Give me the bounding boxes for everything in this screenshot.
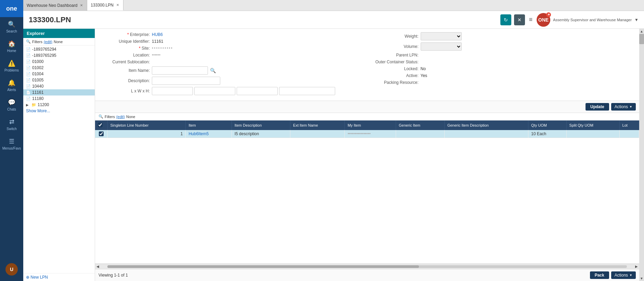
scroll-left-arrow[interactable]: ◀ (95, 265, 101, 268)
volume-select[interactable] (421, 42, 462, 51)
description-input[interactable] (152, 77, 220, 85)
sidebar-item-alerts[interactable]: 🔔 Alerts (0, 76, 23, 95)
col-check (95, 120, 107, 130)
active-value: Yes (421, 73, 428, 78)
col-ext-item: Ext Item Name (290, 120, 345, 130)
row-my-item: •••••••••••••••• (345, 130, 396, 138)
file-icon: 📄 (26, 90, 31, 95)
select-all-checkbox[interactable] (98, 123, 103, 127)
tree-item-11161[interactable]: 📄 11161 (23, 89, 95, 95)
item-link[interactable]: Hub6Item5 (188, 131, 209, 136)
item-name-search-btn[interactable]: 🔍 (210, 68, 216, 73)
table-filters-value: None (126, 115, 135, 119)
form-actions-button[interactable]: Actions (611, 103, 636, 111)
tree-item-01005[interactable]: 📄 01005 (23, 77, 95, 83)
form-left-col: Enterprise: HUB6 Unique Identifier: 1116… (102, 32, 364, 97)
page-title: 133300.LPN (29, 15, 71, 24)
sidebar-item-chats[interactable]: 💬 Chats (0, 95, 23, 115)
tree-item-10440[interactable]: 📄 10440 (23, 83, 95, 89)
item-name-input[interactable] (152, 66, 208, 75)
horizontal-scrollbar[interactable]: ◀ ▶ (95, 264, 639, 269)
scroll-right-arrow[interactable]: ▶ (634, 265, 639, 268)
sidebar-item-menus[interactable]: ☰ Menus/Favs (0, 134, 23, 154)
sidebar-item-switch[interactable]: ⇄ Switch (0, 115, 23, 134)
close-button[interactable]: ✕ (514, 14, 525, 25)
content-area: Explorer 🔍 Filters (edit) None 📄 -189376… (23, 29, 644, 281)
update-button[interactable]: Update (586, 103, 609, 111)
row-generic-item (396, 130, 444, 138)
lwh-label: L x W x H: (102, 89, 150, 93)
tree-item-label: 01004 (32, 72, 43, 76)
locked-row: Locked: No (371, 66, 633, 71)
tab-dashboard-close[interactable]: ✕ (79, 3, 83, 7)
tree-item-label: 11161 (32, 90, 43, 95)
user-avatar-sidebar[interactable]: U (5, 263, 18, 276)
bottom-actions: Pack Actions (590, 271, 636, 279)
table-row[interactable]: 1 Hub6Item5 I5 description •••••••••••••… (95, 130, 639, 138)
tree-item-1893765295[interactable]: 📄 -1893765295 (23, 52, 95, 59)
outer-container-row: Outer Container Status: (371, 60, 633, 64)
tree-item-01000[interactable]: 📄 01000 (23, 59, 95, 65)
volume-row: Volume: (371, 42, 633, 51)
show-more-link[interactable]: Show More... (23, 108, 95, 114)
filters-edit[interactable]: (edit) (44, 40, 52, 44)
sidebar-item-problems[interactable]: ⚠️ Problems (0, 56, 23, 76)
scroll-up-arrow[interactable]: ▲ (639, 29, 644, 34)
tree-item-label: 01005 (32, 78, 43, 82)
tree-item-label: 01002 (32, 65, 43, 70)
lwh-w-input[interactable] (194, 87, 235, 95)
menu-icon: ☰ (9, 138, 14, 145)
switch-icon: ⇄ (9, 118, 14, 126)
sidebar-item-search[interactable]: 🔍 Search (0, 17, 23, 37)
sidebar-item-home[interactable]: 🏠 Home (0, 37, 23, 56)
table-actions-button[interactable]: Actions (611, 271, 636, 279)
tree-item-01004[interactable]: 📄 01004 (23, 71, 95, 77)
sidebar-item-label: Switch (6, 127, 16, 131)
tab-dashboard[interactable]: Warehouse Neo Dashboard ✕ (23, 0, 87, 11)
lwh-h-input[interactable] (237, 87, 278, 95)
weight-label: Weight: (371, 34, 419, 39)
enterprise-row: Enterprise: HUB6 (102, 32, 364, 37)
scroll-down-arrow[interactable]: ▼ (639, 276, 644, 281)
lwh-note-input[interactable] (279, 87, 335, 95)
tree-item-01002[interactable]: 📄 01002 (23, 65, 95, 71)
filters-value: None (54, 40, 63, 44)
user-dropdown-arrow[interactable]: ▼ (634, 17, 639, 22)
unique-id-row: Unique Identifier: 11161 (102, 39, 364, 44)
bottom-bar: Viewing 1-1 of 1 Pack Actions (95, 269, 639, 281)
tree-item-11180[interactable]: 📄 11180 (23, 95, 95, 102)
form-panel: Enterprise: HUB6 Unique Identifier: 1116… (95, 29, 639, 281)
header-right: ↻ ✕ ≡ ONE ★ Assembly Supervisor and Ware… (500, 13, 639, 27)
refresh-button[interactable]: ↻ (500, 14, 511, 25)
weight-select[interactable] (421, 32, 462, 40)
col-lot: Lot (619, 120, 639, 130)
file-icon: 📄 (26, 66, 31, 70)
chat-icon: 💬 (8, 99, 15, 106)
enterprise-value: HUB6 (152, 32, 163, 37)
item-name-row: Item Name: 🔍 (102, 66, 364, 75)
tab-lpn-close[interactable]: ✕ (116, 3, 120, 7)
table-filters-label: Filters (105, 115, 115, 119)
site-label: Site: (102, 46, 150, 51)
pack-button[interactable]: Pack (590, 271, 609, 279)
col-generic-desc: Generic Item Description (444, 120, 528, 130)
tab-lpn[interactable]: 133300.LPN ✕ (87, 0, 123, 11)
tree-item-1893765294[interactable]: 📄 -1893765294 (23, 46, 95, 52)
tree-item-11200[interactable]: ▶ 📁 11200 (23, 102, 95, 108)
volume-label: Volume: (371, 44, 419, 49)
tree-item-label: 11180 (32, 96, 43, 101)
table-filters-edit[interactable]: (edit) (116, 115, 125, 119)
new-lpn-link[interactable]: ⊕ New LPN (23, 273, 95, 281)
col-singleton: Singleton Line Number (107, 120, 186, 130)
scroll-thumb (107, 265, 419, 268)
table-header-row: Singleton Line Number Item Item Descript… (95, 120, 639, 130)
expand-icon: ▶ (26, 103, 30, 107)
lwh-l-input[interactable] (152, 87, 193, 95)
header-menu-button[interactable]: ≡ (528, 15, 534, 25)
row-checkbox[interactable] (99, 131, 104, 136)
row-ext-item (290, 130, 345, 138)
col-my-item: My Item (345, 120, 396, 130)
form-content: Enterprise: HUB6 Unique Identifier: 1116… (95, 29, 639, 101)
tree-item-label: -1893765295 (32, 53, 56, 58)
app-logo[interactable]: one (0, 0, 23, 17)
